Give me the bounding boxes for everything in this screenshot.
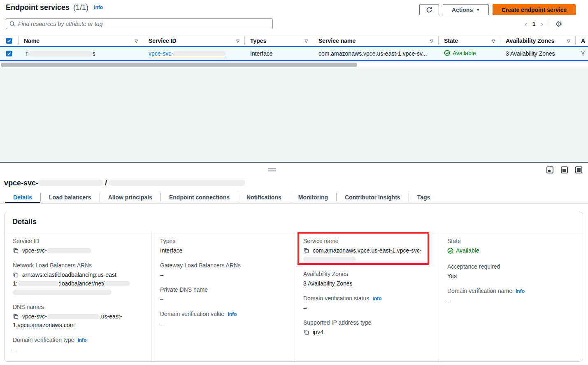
copy-icon[interactable] bbox=[13, 314, 19, 319]
field-supported-ip-address-type: Supported IP address type ipv4 bbox=[303, 319, 430, 337]
tab-monitoring[interactable]: Monitoring bbox=[290, 191, 336, 204]
caret-down-icon: ▼ bbox=[476, 8, 480, 12]
pagination-next-icon[interactable]: › bbox=[540, 20, 543, 28]
endpoint-services-screen: Endpoint services (1/1) Info Actions ▼ C… bbox=[0, 0, 588, 365]
field-domain-verification-type: Domain verification typeInfo – bbox=[13, 337, 143, 354]
redacted-text bbox=[47, 314, 100, 319]
column-header-availability-zones[interactable]: Availability Zones ▽ bbox=[500, 37, 575, 45]
field-domain-verification-value: Domain verification valueInfo – bbox=[160, 311, 286, 328]
service-id-link[interactable]: vpce-svc- bbox=[149, 50, 226, 57]
panel-size-small-icon bbox=[548, 170, 551, 172]
actions-button-label: Actions bbox=[452, 7, 473, 13]
redacted-text bbox=[38, 180, 103, 186]
panel-tabs: Details Load balancers Allow principals … bbox=[5, 191, 438, 204]
resource-count: (1/1) bbox=[73, 3, 88, 12]
redacted-text bbox=[303, 257, 356, 262]
panel-size-medium-button[interactable] bbox=[561, 166, 568, 173]
create-button-label: Create endpoint service bbox=[502, 7, 567, 13]
cell-service-id: vpce-svc- bbox=[143, 50, 244, 57]
check-circle-icon bbox=[447, 248, 453, 254]
info-link[interactable]: Info bbox=[228, 311, 237, 317]
row-select-cell bbox=[0, 51, 18, 56]
tab-allow-principals[interactable]: Allow principals bbox=[100, 191, 160, 204]
info-link[interactable]: Info bbox=[372, 296, 381, 302]
status-badge: Available bbox=[447, 246, 479, 255]
tab-load-balancers[interactable]: Load balancers bbox=[41, 191, 100, 204]
details-column-4: State Available Acceptance required Yes … bbox=[439, 231, 583, 362]
panel-size-small-button[interactable] bbox=[546, 166, 553, 173]
search-input[interactable] bbox=[18, 21, 269, 27]
panel-drag-handle[interactable] bbox=[268, 168, 276, 172]
tab-contributor-insights[interactable]: Contributor Insights bbox=[337, 191, 409, 204]
cell-types: Interface bbox=[244, 50, 313, 57]
pagination-page[interactable]: 1 bbox=[532, 21, 536, 27]
page-header: Endpoint services (1/1) Info bbox=[6, 3, 103, 12]
preferences-button[interactable]: ⚙ bbox=[555, 20, 562, 28]
copy-icon[interactable] bbox=[303, 248, 309, 253]
column-header-types[interactable]: Types ▽ bbox=[244, 37, 313, 45]
tabs-underline bbox=[0, 203, 588, 204]
create-endpoint-service-button[interactable]: Create endpoint service bbox=[493, 4, 576, 15]
sort-icon[interactable]: ▽ bbox=[135, 39, 138, 43]
copy-icon[interactable] bbox=[303, 329, 309, 335]
split-panel-border bbox=[0, 162, 588, 163]
sort-icon[interactable]: ▽ bbox=[236, 39, 239, 43]
refresh-button[interactable] bbox=[419, 4, 439, 15]
field-availability-zones: Availability Zones 3 Availability Zones bbox=[303, 271, 430, 288]
availability-zones-link[interactable]: 3 Availability Zones bbox=[506, 50, 555, 57]
tab-details[interactable]: Details bbox=[5, 191, 40, 204]
field-nlb-arns: Network Load Balancers ARNs arn:aws:elas… bbox=[13, 262, 143, 297]
sort-icon[interactable]: ▽ bbox=[492, 39, 495, 43]
status-badge: Available bbox=[444, 50, 476, 56]
pagination-divider bbox=[549, 19, 549, 28]
field-domain-verification-name: Domain verification nameInfo – bbox=[447, 288, 574, 305]
horizontal-scrollbar[interactable] bbox=[1, 63, 357, 67]
info-link[interactable]: Info bbox=[77, 337, 86, 343]
panel-size-full-button[interactable] bbox=[575, 166, 582, 173]
panel-size-full-icon bbox=[577, 168, 581, 172]
cell-state: Available bbox=[438, 50, 500, 58]
details-heading: Details bbox=[5, 212, 583, 231]
copy-icon[interactable] bbox=[13, 248, 19, 253]
details-grid: Service ID vpce-svc- Network Load Balanc… bbox=[5, 231, 583, 362]
column-header-service-name[interactable]: Service name ▽ bbox=[313, 37, 438, 45]
panel-size-medium-icon bbox=[562, 169, 566, 172]
sort-icon[interactable]: ▽ bbox=[430, 39, 433, 43]
field-domain-verification-status: Domain verification statusInfo – bbox=[303, 295, 430, 312]
redacted-text bbox=[18, 281, 59, 286]
tab-tags[interactable]: Tags bbox=[409, 191, 439, 204]
column-header-state[interactable]: State ▽ bbox=[438, 37, 500, 45]
select-all-checkbox[interactable] bbox=[6, 38, 12, 44]
select-all-cell bbox=[0, 38, 18, 44]
actions-button[interactable]: Actions ▼ bbox=[443, 4, 489, 15]
field-acceptance-required: Acceptance required Yes bbox=[447, 263, 574, 281]
field-service-name: Service name com.amazonaws.vpce.us-east-… bbox=[303, 238, 430, 264]
column-header-service-id[interactable]: Service ID ▽ bbox=[143, 37, 244, 45]
column-header-name[interactable]: Name ▽ bbox=[18, 37, 143, 45]
redacted-text bbox=[28, 51, 93, 56]
table-row[interactable]: rs vpce-svc- Interface com.amazonaws.vpc… bbox=[0, 46, 588, 61]
details-card: Details Service ID vpce-svc- Network Loa… bbox=[4, 212, 583, 362]
sort-icon[interactable]: ▽ bbox=[567, 39, 570, 43]
sort-icon[interactable]: ▽ bbox=[304, 39, 308, 43]
copy-icon[interactable] bbox=[13, 272, 19, 278]
table-header-row: Name ▽ Service ID ▽ Types ▽ Service name… bbox=[0, 35, 588, 46]
cell-acceptance: Y bbox=[575, 50, 588, 57]
field-glb-arns: Gateway Load Balancers ARNs – bbox=[160, 262, 286, 279]
panel-title: vpce-svc- / bbox=[4, 179, 245, 187]
column-header-acceptance[interactable]: A bbox=[575, 37, 588, 45]
field-state: State Available bbox=[447, 238, 574, 256]
tab-notifications[interactable]: Notifications bbox=[238, 191, 290, 204]
cell-service-name: com.amazonaws.vpce.us-east-1.vpce-sv... bbox=[313, 50, 438, 57]
search-box bbox=[6, 18, 273, 29]
info-link[interactable]: Info bbox=[94, 5, 103, 10]
pagination: ‹ 1 › ⚙ bbox=[525, 19, 562, 29]
pagination-prev-icon[interactable]: ‹ bbox=[525, 20, 528, 28]
row-checkbox[interactable] bbox=[6, 51, 12, 56]
redacted-text bbox=[47, 248, 91, 253]
availability-zones-link[interactable]: 3 Availability Zones bbox=[303, 280, 353, 287]
redacted-text bbox=[109, 180, 245, 186]
redacted-text bbox=[173, 51, 226, 56]
tab-endpoint-connections[interactable]: Endpoint connections bbox=[161, 191, 238, 204]
info-link[interactable]: Info bbox=[516, 288, 525, 294]
